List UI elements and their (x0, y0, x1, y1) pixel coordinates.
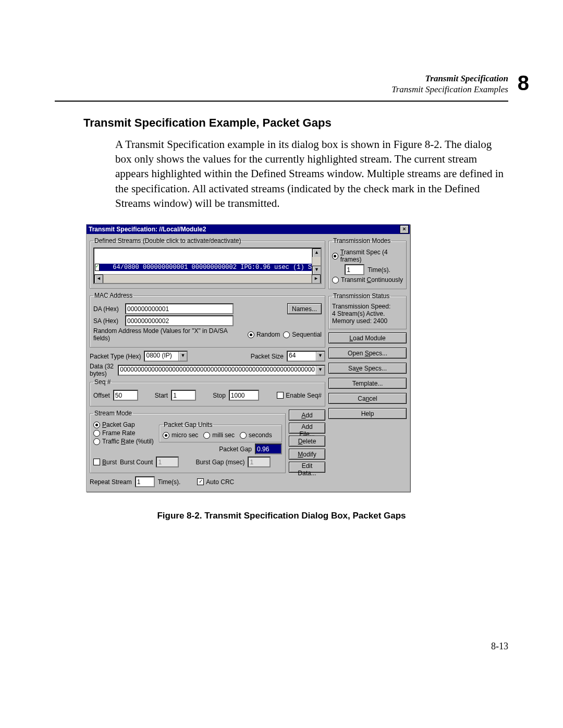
start-label: Start (155, 392, 168, 399)
repeat-stream-input[interactable] (135, 476, 155, 487)
seq-group: Seq # Offset Start Stop Enable Seq# (90, 378, 325, 406)
defined-streams-group: Defined Streams (Double click to activat… (90, 237, 325, 289)
sequential-radio[interactable]: Sequential (283, 331, 322, 338)
dialog-titlebar[interactable]: Transmit Specification: //Local/Module2 … (87, 225, 410, 234)
repeat-times-label: Time(s). (158, 478, 181, 486)
start-input[interactable] (171, 390, 196, 401)
stop-label: Stop (213, 392, 226, 399)
stream-mode-group: Stream Mode Packet Gap Frame Rate Traffi… (90, 410, 286, 473)
horizontal-scrollbar[interactable]: ◄ ► (94, 274, 321, 283)
close-icon[interactable]: × (400, 225, 409, 233)
packet-type-label: Packet Type (Hex) (90, 353, 141, 360)
da-label: DA (Hex) (93, 305, 122, 313)
packet-gap-units-group: Packet Gap Units micro sec milli sec sec… (159, 421, 282, 442)
da-hex-input[interactable] (125, 303, 234, 314)
delete-button[interactable]: Delete (289, 436, 325, 447)
sa-label: SA (Hex) (93, 317, 122, 325)
burst-checkbox[interactable]: Burst (93, 459, 117, 466)
status-speed: Transmission Speed: (332, 303, 403, 310)
modify-button[interactable]: Modify (289, 449, 325, 460)
seconds-radio[interactable]: seconds (240, 431, 272, 439)
page-running-header: Transmit Specification Transmit Specific… (55, 73, 508, 95)
vertical-scrollbar[interactable]: ▲ ▼ (312, 249, 321, 275)
template-button[interactable]: Template... (328, 378, 407, 389)
packet-size-label: Packet Size (251, 353, 284, 360)
packet-gap-radio[interactable]: Packet Gap (93, 421, 135, 428)
transmission-status-legend: Transmission Status (332, 292, 390, 300)
offset-input[interactable] (113, 390, 138, 401)
auto-crc-checkbox[interactable]: Auto CRC (197, 478, 234, 486)
header-line-2: Transmit Specification Examples (55, 84, 508, 95)
stop-input[interactable] (229, 390, 259, 401)
transmit-times-label: Time(s). (368, 266, 390, 274)
transmit-times-input[interactable] (345, 264, 364, 275)
transmit-spec-radio[interactable]: Transmit Spec (4 frames) (332, 249, 403, 263)
transmit-spec-dialog: Transmit Specification: //Local/Module2 … (86, 224, 410, 492)
section-heading: Transmit Specification Example, Packet G… (83, 116, 508, 130)
save-specs-button[interactable]: Save Specs... (328, 363, 407, 374)
transmit-continuously-radio[interactable]: Transmit Continuously (332, 276, 403, 283)
packet-gap-field-label: Packet Gap (219, 446, 252, 453)
transmission-status-group: Transmission Status Transmission Speed: … (328, 292, 407, 329)
mac-address-legend: MAC Address (93, 292, 133, 299)
status-active: 4 Stream(s) Active. (332, 310, 403, 317)
page-number: 8-13 (55, 641, 508, 652)
repeat-stream-label: Repeat Stream (90, 478, 132, 486)
burst-gap-label: Burst Gap (msec) (195, 459, 244, 466)
frame-rate-radio[interactable]: Frame Rate (93, 429, 135, 437)
transmission-modes-legend: Transmission Modes (332, 237, 391, 244)
burst-count-input (156, 456, 179, 467)
offset-label: Offset (93, 392, 110, 399)
header-rule (55, 101, 508, 102)
help-button[interactable]: Help (328, 408, 407, 419)
random-radio[interactable]: Random (248, 331, 280, 338)
body-paragraph: A Transmit Specification example in its … (112, 134, 508, 214)
enable-seq-checkbox[interactable]: Enable Seq# (277, 392, 322, 399)
packet-type-combo[interactable]: 0800 (IP)▼ (144, 351, 188, 362)
check-icon: ✓ (95, 264, 100, 271)
add-button[interactable]: Add (289, 410, 325, 421)
packet-gap-input[interactable] (255, 443, 282, 454)
stream-mode-legend: Stream Mode (93, 410, 133, 417)
load-module-button[interactable]: Load Module (328, 332, 407, 343)
microsec-radio[interactable]: micro sec (163, 431, 198, 439)
millisec-radio[interactable]: milli sec (203, 431, 235, 439)
mac-address-group: MAC Address DA (Hex) Names... SA (Hex) R… (90, 292, 325, 348)
random-mode-label: Random Address Mode (Values for "X" in D… (93, 327, 241, 342)
defined-streams-listbox[interactable]: ✓ 64/0800 000000000001 000000000002 IPG:… (93, 248, 322, 284)
scroll-right-icon[interactable]: ► (312, 275, 321, 283)
burst-count-label: Burst Count (120, 459, 153, 466)
data-combo[interactable]: 0000000000000000000000000000000000000000… (118, 365, 325, 376)
sa-hex-input[interactable] (125, 315, 234, 326)
defined-streams-legend: Defined Streams (Double click to activat… (93, 237, 242, 244)
seq-legend: Seq # (93, 378, 112, 386)
cancel-button[interactable]: Cancel (328, 393, 407, 404)
scroll-left-icon[interactable]: ◄ (94, 275, 103, 283)
data-label: Data (32 bytes) (90, 363, 115, 377)
stream-row: ✓ 64/0800 000000000001 000000000002 IPG:… (95, 264, 312, 271)
add-file-button[interactable]: Add File... (289, 423, 325, 434)
dialog-title: Transmit Specification: //Local/Module2 (89, 226, 400, 233)
chevron-down-icon[interactable]: ▼ (316, 366, 324, 375)
burst-gap-input (248, 456, 271, 467)
figure-caption: Figure 8-2. Transmit Specification Dialo… (55, 511, 508, 521)
chapter-number: 8 (518, 70, 529, 96)
chevron-down-icon[interactable]: ▼ (316, 352, 324, 361)
edit-data-button[interactable]: Edit Data... (289, 462, 325, 473)
status-memory: Memory used: 2400 (332, 317, 403, 325)
open-specs-button[interactable]: Open Specs... (328, 348, 407, 359)
scroll-down-icon[interactable]: ▼ (312, 266, 321, 275)
chevron-down-icon[interactable]: ▼ (178, 352, 187, 361)
names-button[interactable]: Names... (287, 303, 322, 314)
traffic-rate-radio[interactable]: Traffic Rate (%util) (93, 438, 154, 445)
header-line-1: Transmit Specification (55, 73, 508, 84)
packet-size-combo[interactable]: 64▼ (287, 351, 325, 362)
scroll-up-icon[interactable]: ▲ (312, 249, 321, 257)
transmission-modes-group: Transmission Modes Transmit Spec (4 fram… (328, 237, 407, 289)
